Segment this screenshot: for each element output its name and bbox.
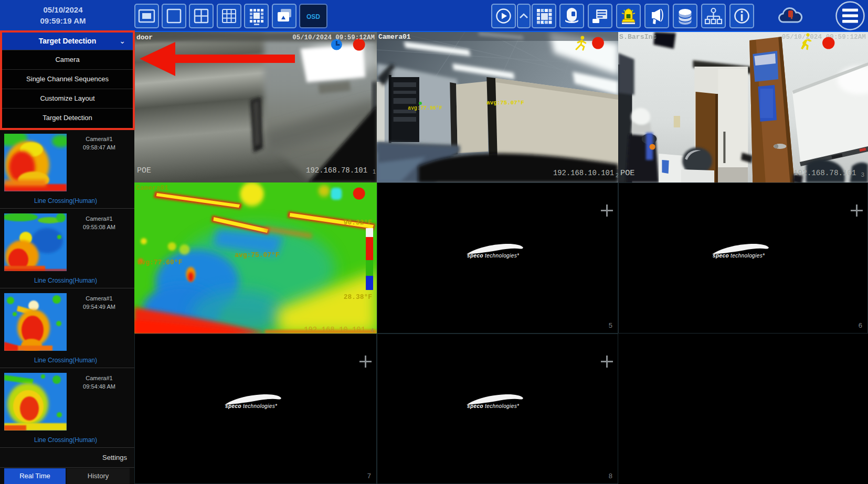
svg-text:avg:77.60°F: avg:77.60°F — [137, 259, 182, 266]
svg-text:192.168.10.101: 192.168.10.101 — [304, 326, 365, 334]
svg-text:1: 1 — [373, 168, 376, 175]
svg-text:90.32°F: 90.32°F — [344, 219, 372, 227]
svg-text:speco technologies*: speco technologies* — [467, 253, 520, 259]
svg-text:192.168.78.101: 192.168.78.101 — [306, 166, 367, 175]
svg-text:speco technologies*: speco technologies* — [713, 253, 765, 259]
svg-text:192.168.10.101: 192.168.10.101 — [553, 169, 614, 177]
svg-text:speco technologies*: speco technologies* — [225, 403, 278, 409]
svg-text:Camera01: Camera01 — [136, 184, 168, 192]
svg-text:28.38°F: 28.38°F — [344, 293, 372, 301]
svg-text:speco technologies*: speco technologies* — [467, 403, 520, 409]
svg-text:192.168.78.101: 192.168.78.101 — [793, 169, 856, 177]
svg-text:POE: POE — [620, 168, 634, 178]
svg-text:3: 3 — [861, 171, 864, 178]
svg-text:05/10/2024 09:59:12AM: 05/10/2024 09:59:12AM — [292, 34, 375, 41]
svg-text:Camera01: Camera01 — [378, 33, 411, 41]
svg-text:avg:77.96°F: avg:77.96°F — [408, 105, 442, 111]
svg-text:4: 4 — [371, 327, 374, 334]
svg-text:OSD: OSD — [306, 13, 320, 20]
svg-text:avg:75.07°F: avg:75.07°F — [486, 100, 524, 106]
svg-text:POE: POE — [137, 166, 151, 175]
svg-text:S.BarsInc: S.BarsInc — [619, 33, 657, 41]
svg-text:avg:75.07°F: avg:75.07°F — [235, 251, 279, 259]
